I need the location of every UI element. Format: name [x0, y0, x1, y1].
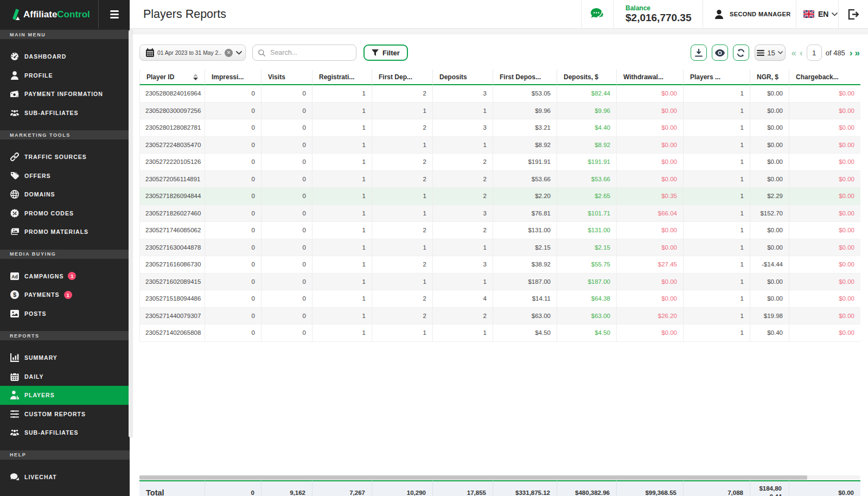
total-cell: 10,290	[372, 480, 433, 496]
balance-block[interactable]: Balance $2,016,770.35	[613, 0, 703, 28]
table-cell: 0	[205, 290, 261, 308]
table-row: 230527174608506200122$131.00$131.00$0.00…	[139, 222, 860, 239]
sidebar-item-summary[interactable]: SUMMARY	[0, 348, 130, 367]
sidebar-item-promo-codes[interactable]: PROMO CODES	[0, 204, 130, 223]
table-cell: 0	[205, 85, 261, 103]
table-cell: $0.00	[789, 119, 860, 137]
table-cell: 3	[433, 205, 493, 222]
table-cell: 0	[261, 171, 312, 188]
column-header-first-dep-[interactable]: First Dep...	[372, 69, 433, 85]
column-header-visits[interactable]: Visits	[261, 69, 312, 85]
columns-visibility-button[interactable]	[712, 44, 728, 61]
sidebar-item-posts[interactable]: POSTS	[0, 304, 130, 323]
sidebar-section-items: DASHBOARDPROFILEPAYMENT INFORMATIONSUB-A…	[0, 39, 130, 130]
sidebar-item-profile[interactable]: PROFILE	[0, 66, 130, 85]
sidebar-item-payments[interactable]: $PAYMENTS1	[0, 285, 130, 304]
last-page-button[interactable]: »	[854, 48, 860, 58]
column-header-impressi-[interactable]: Impressi...	[205, 69, 261, 85]
table-cell: 2305280300097256	[139, 103, 205, 120]
column-header-chargeback-[interactable]: Chargeback...	[789, 69, 860, 85]
table-cell: $131.00	[557, 222, 617, 239]
filter-button[interactable]: Filter	[363, 44, 408, 61]
table-cell: 2305271630044878	[139, 239, 205, 257]
horizontal-scrollbar[interactable]	[139, 475, 860, 480]
page-size-select[interactable]: 15	[755, 44, 786, 61]
sidebar-toggle-button[interactable]	[99, 0, 130, 29]
page-number-input[interactable]	[807, 44, 822, 61]
table-cell: 1	[312, 171, 372, 188]
column-header-ngr-[interactable]: NGR, $	[750, 69, 789, 85]
sidebar-scrollbar[interactable]	[129, 30, 132, 437]
table-cell: $0.00	[617, 239, 684, 257]
sidebar-item-domains[interactable]: DOMAINS	[0, 185, 130, 204]
table-cell: 1	[684, 274, 750, 291]
export-button[interactable]	[691, 44, 707, 61]
sidebar-item-sub-affiliates[interactable]: SUB-AFFILIATES	[0, 104, 130, 123]
horizontal-scrollbar-thumb[interactable]	[139, 475, 807, 480]
column-header-registrati-[interactable]: Registrati...	[312, 69, 372, 85]
table-cell: 2	[433, 154, 493, 171]
offers-icon	[10, 171, 19, 180]
table-cell: 1	[312, 137, 372, 154]
total-cell: 9,162	[261, 480, 312, 496]
sidebar-item-livechat[interactable]: LIVECHAT	[0, 468, 130, 487]
sidebar-item-promo-materials[interactable]: PROMO MATERIALS	[0, 222, 130, 241]
refresh-icon	[737, 49, 745, 57]
column-header-withdrawal-[interactable]: Withdrawal...	[617, 69, 684, 85]
date-range-picker[interactable]: 01 Apr 2023 to 31 May 2... ✕	[139, 44, 246, 61]
table-cell: $0.00	[750, 239, 789, 257]
table-cell: 0	[261, 239, 312, 257]
sidebar-section: HELPLIVECHAT	[0, 450, 130, 495]
uk-flag-icon	[803, 10, 814, 18]
logo[interactable]: AffiliateControl	[0, 0, 99, 29]
language-selector[interactable]: EN	[796, 0, 838, 28]
next-page-button[interactable]: ›	[848, 48, 853, 58]
search-input[interactable]	[270, 49, 350, 56]
sidebar-item-custom-reports[interactable]: CUSTOM REPORTS	[0, 405, 130, 424]
sidebar-section-items: TRAFFIC SOURCESOFFERSDOMAINSPROMO CODESP…	[0, 139, 130, 250]
table-cell: 0	[261, 103, 312, 120]
chat-button[interactable]	[581, 0, 613, 28]
sidebar-item-sub-affiliates[interactable]: SUB-AFFILIATES	[0, 423, 130, 442]
table-cell: $0.00	[617, 85, 684, 103]
table-header-row: Player IDImpressi...VisitsRegistrati...F…	[139, 69, 860, 85]
table-cell: $0.00	[617, 154, 684, 171]
sidebar-section: MEDIA BUYINGAdCAMPAIGNS1$PAYMENTS1POSTS	[0, 250, 130, 332]
table-cell: 0	[205, 137, 261, 154]
user-menu[interactable]: SECOND MANAGER	[703, 0, 796, 28]
table-cell: 0	[261, 256, 312, 274]
sort-icon[interactable]	[193, 74, 198, 80]
sidebar-item-offers[interactable]: OFFERS	[0, 167, 130, 186]
table-cell: 2305272220105126	[139, 154, 205, 171]
prev-page-button[interactable]: ‹	[799, 48, 803, 58]
sidebar-item-dashboard[interactable]: DASHBOARD	[0, 47, 130, 66]
first-page-button[interactable]: «	[790, 48, 796, 58]
table-cell: 1	[684, 137, 750, 154]
clear-date-icon[interactable]: ✕	[225, 49, 233, 57]
table-cell: $53.05	[493, 85, 557, 103]
sidebar-item-payment-information[interactable]: PAYMENT INFORMATION	[0, 85, 130, 104]
sidebar-section: MAIN MENUDASHBOARDPROFILEPAYMENT INFORMA…	[0, 30, 130, 130]
table-cell: -$14.44	[750, 256, 789, 274]
logout-button[interactable]	[838, 0, 868, 28]
sidebar-item-campaigns[interactable]: AdCAMPAIGNS1	[0, 267, 130, 286]
sidebar-item-players[interactable]: PLAYERS	[0, 386, 130, 405]
sidebar-item-traffic-sources[interactable]: TRAFFIC SOURCES	[0, 148, 130, 167]
chevron-down-icon	[832, 12, 838, 16]
column-header-deposits[interactable]: Deposits	[433, 69, 493, 85]
column-header-deposits-[interactable]: Deposits, $	[557, 69, 617, 85]
column-header-players-[interactable]: Players ...	[684, 69, 750, 85]
table-cell: $0.00	[789, 154, 860, 171]
table-cell: 1	[372, 325, 433, 342]
table-cell: $0.00	[789, 103, 860, 120]
sidebar-item-daily[interactable]: DAILY	[0, 367, 130, 386]
table-row: 230528030009725600111$9.96$9.96$0.001$0.…	[139, 103, 860, 120]
table-cell: 1	[312, 154, 372, 171]
calendar-icon	[146, 48, 154, 57]
table-cell: $0.00	[750, 137, 789, 154]
column-header-first-depos-[interactable]: First Depos...	[493, 69, 557, 85]
table-cell: $0.35	[617, 188, 684, 205]
refresh-button[interactable]	[733, 44, 749, 61]
chat-icon	[591, 8, 604, 20]
column-header-player-id[interactable]: Player ID	[139, 69, 205, 85]
